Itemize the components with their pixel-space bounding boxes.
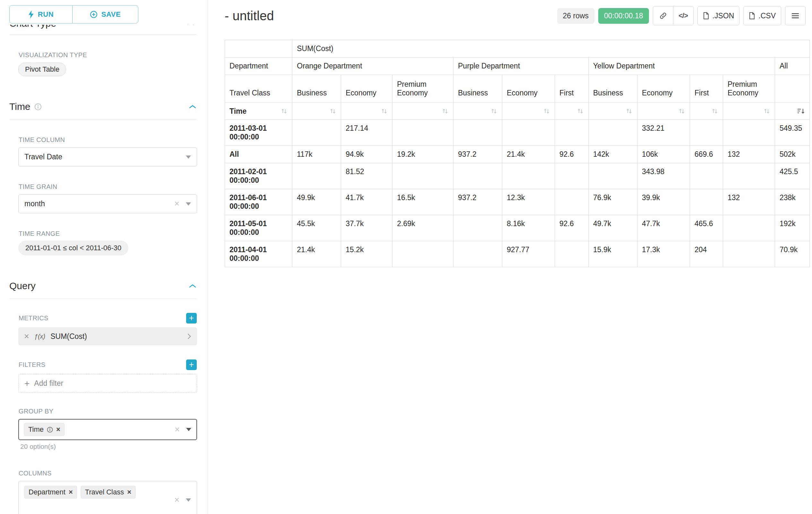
clear-icon[interactable]: ×	[175, 425, 180, 434]
caret-down-icon[interactable]	[186, 156, 191, 159]
value-cell: 17.3k	[637, 241, 690, 267]
value-cell: 47.7k	[637, 215, 690, 241]
visualization-type-pill[interactable]: Pivot Table	[18, 63, 66, 76]
chevron-up-icon[interactable]	[188, 283, 197, 289]
metric-header-cell: SUM(Cost)	[292, 40, 810, 57]
table-row: Time	[225, 103, 810, 120]
caret-down-icon[interactable]	[186, 202, 191, 206]
time-section-header[interactable]: Time	[9, 101, 197, 119]
explore-view: RUN SAVE Chart Type VISUALIZATION TYPE P…	[0, 0, 812, 514]
value-cell	[690, 189, 723, 215]
value-cell: 465.6	[690, 215, 723, 241]
sort-icon[interactable]	[626, 107, 633, 115]
sort-icon[interactable]	[329, 107, 336, 115]
remove-icon[interactable]: ×	[127, 489, 131, 496]
add-metric-button[interactable]: +	[186, 313, 197, 324]
sort-header-cell	[393, 103, 454, 120]
value-cell: 425.5	[775, 163, 810, 189]
travel-class-cell: Business	[292, 75, 341, 103]
more-options-button[interactable]	[785, 6, 806, 25]
filters-label: FILTERS	[19, 361, 46, 369]
query-section-header[interactable]: Query	[9, 280, 197, 299]
export-csv-button[interactable]: .CSV	[743, 6, 781, 25]
metric-name: SUM(Cost)	[50, 332, 87, 341]
divider	[9, 34, 197, 35]
time-grain-select[interactable]: month ×	[18, 194, 197, 213]
time-grain-value: month	[24, 199, 45, 208]
fx-icon: ƒ(x)	[34, 333, 45, 340]
caret-down-icon[interactable]	[186, 498, 191, 502]
clear-icon[interactable]: ×	[174, 496, 179, 504]
pill-label: Travel Class	[85, 488, 124, 496]
sort-icon[interactable]	[711, 107, 718, 115]
value-cell: 15.2k	[341, 241, 393, 267]
caret-down-icon[interactable]	[186, 428, 191, 431]
department-label-cell: Department	[225, 57, 292, 75]
chart-title[interactable]: - untitled	[225, 9, 274, 23]
embed-code-button[interactable]: </>	[673, 6, 694, 25]
value-cell: 19.2k	[393, 146, 454, 163]
pill-label: Time	[28, 425, 44, 434]
row-label-cell: 2011-03-01 00:00:00	[225, 120, 292, 146]
value-cell	[393, 120, 454, 146]
sort-desc-icon[interactable]	[797, 107, 805, 115]
columns-values: Department×Travel Class×	[24, 486, 139, 498]
sort-icon[interactable]	[678, 107, 685, 115]
chart-type-section-title: Chart Type	[9, 25, 56, 30]
row-label-cell: All	[225, 146, 292, 163]
table-row: 2011-05-01 00:00:0045.5k37.7k2.69k8.16k9…	[225, 215, 810, 241]
value-cell	[292, 120, 341, 146]
table-row: SUM(Cost)	[225, 40, 810, 57]
metrics-label: METRICS	[19, 315, 49, 322]
short-link-button[interactable]	[653, 6, 673, 25]
add-filter-plus-button[interactable]: +	[186, 359, 197, 370]
value-cell	[502, 120, 555, 146]
time-column-select[interactable]: Travel Date	[18, 147, 197, 166]
sort-icon[interactable]	[281, 107, 288, 115]
metrics-label-row: METRICS +	[9, 313, 197, 324]
save-button[interactable]: SAVE	[72, 5, 138, 23]
value-cell: 343.98	[637, 163, 690, 189]
bolt-icon	[28, 10, 34, 19]
sort-icon[interactable]	[381, 107, 388, 115]
row-label-cell: 2011-05-01 00:00:00	[225, 215, 292, 241]
sort-icon[interactable]	[763, 107, 770, 115]
value-cell	[502, 163, 555, 189]
export-json-button[interactable]: .JSON	[697, 6, 740, 25]
value-cell	[690, 163, 723, 189]
value-cell	[723, 163, 775, 189]
group-by-select[interactable]: Time× ×	[18, 419, 197, 440]
columns-select[interactable]: Department×Travel Class× ×	[18, 481, 197, 514]
remove-metric-icon[interactable]: ×	[24, 332, 29, 341]
sort-header-cell	[341, 103, 393, 120]
pivot-table: SUM(Cost)DepartmentOrange DepartmentPurp…	[225, 40, 810, 267]
metric-item[interactable]: × ƒ(x) SUM(Cost)	[18, 327, 197, 345]
value-cell	[555, 120, 589, 146]
sort-icon[interactable]	[543, 107, 550, 115]
group-by-values: Time×	[24, 423, 68, 436]
value-cell: 49.7k	[589, 215, 637, 241]
sort-icon[interactable]	[577, 107, 584, 115]
sort-icon[interactable]	[442, 107, 449, 115]
chevron-up-icon[interactable]	[188, 104, 197, 109]
time-grain-label: TIME GRAIN	[19, 183, 197, 190]
time-range-pill[interactable]: 2011-01-01 ≤ col < 2011-06-30	[18, 241, 128, 255]
time-header-cell: Time	[225, 103, 292, 120]
travel-class-cell: Business	[589, 75, 637, 103]
run-button[interactable]: RUN	[9, 5, 72, 23]
file-icon	[703, 12, 709, 20]
remove-icon[interactable]: ×	[69, 489, 73, 496]
table-row: 2011-04-01 00:00:0021.4k15.2k927.7715.9k…	[225, 241, 810, 267]
sort-icon[interactable]	[490, 107, 497, 115]
menu-icon	[791, 12, 800, 19]
clear-icon[interactable]: ×	[174, 199, 179, 208]
export-json-label: .JSON	[713, 11, 734, 20]
table-row: All117k94.9k19.2k937.221.4k92.6142k106k6…	[225, 146, 810, 163]
travel-class-cell: First	[555, 75, 589, 103]
chevron-up-icon[interactable]	[186, 25, 195, 27]
remove-icon[interactable]: ×	[56, 426, 60, 433]
row-label-cell: 2011-06-01 00:00:00	[225, 189, 292, 215]
value-cell: 192k	[775, 215, 810, 241]
add-filter-button[interactable]: + Add filter	[18, 374, 197, 393]
select-icons: ×	[174, 496, 191, 504]
